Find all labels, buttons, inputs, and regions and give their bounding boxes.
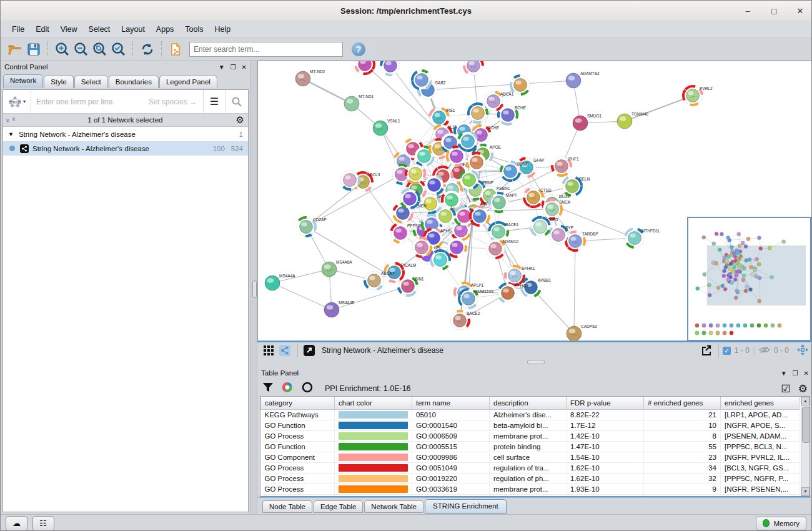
network-node[interactable] xyxy=(381,61,400,75)
grid-view-icon[interactable] xyxy=(261,344,276,357)
network-node[interactable]: BACE1 xyxy=(489,222,519,241)
minimize-button[interactable]: – xyxy=(741,4,754,17)
remove-charts-icon[interactable] xyxy=(301,381,314,396)
network-node[interactable] xyxy=(511,76,530,94)
network-node[interactable]: SNCA xyxy=(543,200,571,219)
zoom-in-icon[interactable] xyxy=(54,41,71,57)
cloud-button[interactable]: ☁ xyxy=(6,516,27,531)
task-history-button[interactable]: ☷ xyxy=(32,516,54,531)
network-node[interactable] xyxy=(467,153,486,172)
network-node[interactable] xyxy=(460,171,478,189)
network-node[interactable] xyxy=(406,164,425,183)
network-node[interactable]: MTHFD1L xyxy=(625,229,660,247)
tab-edge-table[interactable]: Edge Table xyxy=(314,500,363,513)
network-node[interactable] xyxy=(442,191,461,209)
tab-boundaries[interactable]: Boundaries xyxy=(109,76,159,88)
help-icon[interactable]: ? xyxy=(352,42,365,56)
panel-menu-icon[interactable]: ▼ xyxy=(781,370,787,377)
collapse-triangle-icon[interactable]: ▼ xyxy=(8,131,14,137)
column-header[interactable]: description xyxy=(490,397,567,410)
open-in-new-window-icon[interactable] xyxy=(302,344,317,357)
draw-charts-icon[interactable] xyxy=(281,381,294,396)
network-node[interactable] xyxy=(355,61,374,74)
network-node[interactable]: RELN xyxy=(563,177,590,196)
scroll-up-icon[interactable]: ▲ xyxy=(801,397,810,405)
network-node[interactable] xyxy=(425,176,443,194)
menu-edit[interactable]: Edit xyxy=(31,23,54,36)
table-row[interactable]: GO FunctionGO:0001540beta-amyloid bi...1… xyxy=(261,420,800,431)
network-node[interactable]: ADAM10 xyxy=(486,239,518,258)
network-node[interactable] xyxy=(400,189,419,208)
table-settings-gear-icon[interactable]: ⚙ xyxy=(798,382,808,395)
panel-float-icon[interactable]: ❐ xyxy=(793,370,798,377)
tab-style[interactable]: Style xyxy=(44,76,74,88)
close-button[interactable]: ✕ xyxy=(794,4,806,17)
network-row[interactable]: String Network - Alzheimer's disease 100… xyxy=(3,141,248,156)
string-options-icon[interactable]: ☰ xyxy=(203,90,225,113)
save-session-icon[interactable] xyxy=(26,41,42,57)
network-node[interactable] xyxy=(464,61,483,75)
filter-icon[interactable] xyxy=(262,382,274,395)
zoom-fit-icon[interactable] xyxy=(92,41,108,57)
tab-network-table[interactable]: Network Table xyxy=(364,500,423,513)
network-node[interactable]: MS4A4E xyxy=(324,300,355,317)
network-node[interactable]: KIAA1149 xyxy=(459,289,493,308)
table-row[interactable]: KEGG Pathways05010Alzheimer's dise...8.8… xyxy=(261,410,800,420)
expand-all-icon[interactable]: » xyxy=(9,119,17,121)
network-node[interactable]: PVRL2 xyxy=(683,86,713,105)
column-header[interactable]: FDR p-value xyxy=(567,397,644,410)
table-row[interactable]: GO ProcessGO:0033619membrane prot...1.93… xyxy=(261,484,800,495)
network-node[interactable] xyxy=(431,251,450,269)
network-node[interactable]: TOMM40 xyxy=(617,112,648,129)
network-node[interactable] xyxy=(458,132,477,151)
network-node[interactable]: BCHE xyxy=(498,106,527,124)
export-network-icon[interactable] xyxy=(698,344,713,357)
network-node[interactable]: MT-ND1 xyxy=(344,94,374,111)
column-header[interactable]: term name xyxy=(412,397,490,410)
open-session-icon[interactable] xyxy=(7,41,23,57)
panel-menu-icon[interactable]: ▼ xyxy=(219,64,225,71)
table-row[interactable]: GO FunctionGO:0005515protein binding1.47… xyxy=(261,442,800,452)
string-protein-query-selector[interactable]: STRING ▾ xyxy=(3,90,31,113)
select-all-checkbox-icon[interactable]: ☑ xyxy=(781,382,791,395)
table-scrollbar[interactable]: ▲ ▼ xyxy=(801,397,810,496)
menu-tools[interactable]: Tools xyxy=(180,23,208,36)
zoom-out-icon[interactable] xyxy=(73,41,89,57)
menu-apps[interactable]: Apps xyxy=(151,23,179,36)
table-row[interactable]: GO ProcessGO:0051049regulation of tra...… xyxy=(261,463,800,474)
network-node[interactable]: MS4A4A xyxy=(265,274,295,290)
menu-select[interactable]: Select xyxy=(84,23,116,36)
pan-tool-icon[interactable] xyxy=(796,344,809,358)
table-row[interactable]: GO ComponentGO:0009986cell surface1.54E-… xyxy=(261,452,800,463)
panel-close-icon[interactable]: ✕ xyxy=(804,370,809,377)
panel-close-icon[interactable]: ✕ xyxy=(242,64,247,71)
panel-float-icon[interactable]: ❐ xyxy=(230,64,236,71)
splitter-handle[interactable] xyxy=(527,360,545,364)
network-node[interactable] xyxy=(412,71,431,89)
string-search-icon[interactable] xyxy=(225,90,248,113)
network-canvas[interactable]: MT-ND2MT-ND1VSNL1GAB2IRS1CHATABCA1BCHEIL… xyxy=(257,61,812,341)
scroll-down-icon[interactable]: ▼ xyxy=(801,487,810,496)
string-query-input[interactable]: Enter one term per line. xyxy=(31,97,149,106)
network-node[interactable]: MT-ND2 xyxy=(295,69,325,86)
tab-network[interactable]: Network xyxy=(3,74,43,88)
menu-view[interactable]: View xyxy=(56,23,82,36)
tab-string-enrichment[interactable]: STRING Enrichment xyxy=(425,499,507,514)
tab-select[interactable]: Select xyxy=(74,76,108,88)
column-header[interactable]: enriched genes xyxy=(721,397,800,410)
table-header-row[interactable]: categorychart colorterm namedescriptionF… xyxy=(261,397,800,410)
network-node[interactable] xyxy=(447,238,466,257)
network-node[interactable]: MAPT xyxy=(490,193,517,212)
zoom-selected-icon[interactable] xyxy=(111,41,127,57)
network-node[interactable]: CD2AP xyxy=(297,217,327,236)
table-row[interactable]: GO ProcessGO:0006509membrane prot...1.42… xyxy=(261,431,800,442)
network-node[interactable] xyxy=(470,207,489,226)
network-node[interactable] xyxy=(340,171,359,189)
network-from-file-icon[interactable] xyxy=(168,41,184,57)
menu-layout[interactable]: Layout xyxy=(116,23,150,36)
enrichment-table[interactable]: categorychart colorterm namedescriptionF… xyxy=(260,396,810,498)
network-node[interactable]: BACE2 xyxy=(450,311,480,330)
tab-legend-panel[interactable]: Legend Panel xyxy=(159,76,217,88)
birds-eye-view[interactable] xyxy=(687,217,811,341)
species-hint[interactable]: Set species → xyxy=(149,97,203,106)
